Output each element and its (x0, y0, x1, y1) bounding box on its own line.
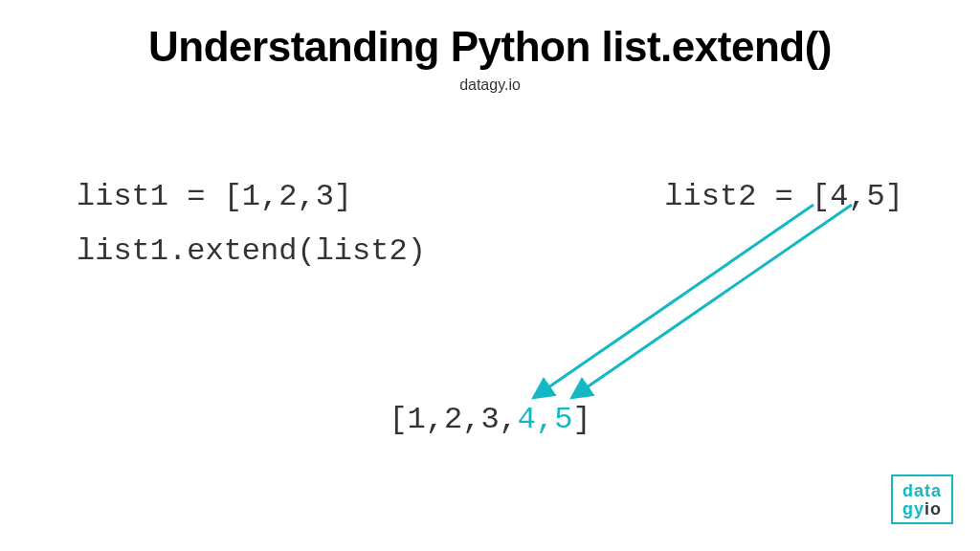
page-title: Understanding Python list.extend() (0, 23, 980, 71)
code-extend-call: list1.extend(list2) (77, 233, 426, 269)
logo-line2b: io (924, 499, 942, 518)
code-block: list1 = [1,2,3] list2 = [4,5] list1.exte… (77, 172, 903, 276)
logo-badge: data gyio (891, 474, 953, 524)
result-highlight: 4,5 (518, 402, 573, 437)
code-list1-decl: list1 = [1,2,3] (77, 172, 352, 221)
logo-line1: data (902, 482, 942, 500)
result-list: [1,2,3,4,5] (0, 402, 980, 437)
subtitle: datagy.io (0, 77, 980, 94)
result-prefix: [1,2,3, (389, 402, 517, 437)
result-suffix: ] (572, 402, 590, 437)
code-list2-decl: list2 = [4,5] (664, 172, 903, 221)
logo-line2a: gy (902, 499, 924, 518)
